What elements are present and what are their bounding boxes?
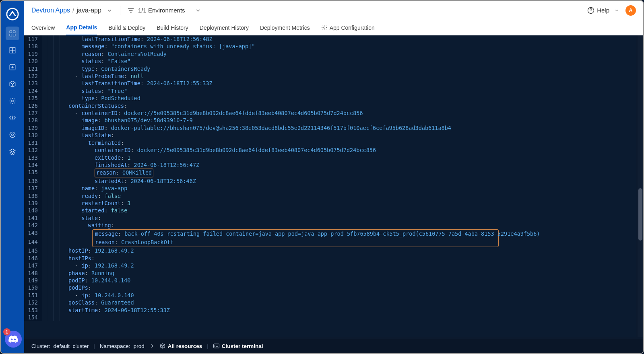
line-content: terminated: (68, 139, 636, 146)
sidebar-item-grid[interactable] (6, 43, 19, 57)
environment-label: 1/1 Environments (138, 7, 185, 14)
chevron-right-icon (149, 343, 155, 349)
line-content: qosClass: Guaranteed (68, 299, 636, 306)
sidebar-item-gear[interactable] (6, 94, 19, 108)
tab-deployment-metrics[interactable]: Deployment Metrics (260, 20, 310, 35)
tab-app-configuration[interactable]: App Configuration (321, 20, 375, 35)
devtron-logo[interactable] (6, 7, 19, 21)
code-line: 130 lastState: (24, 132, 636, 139)
gutter (42, 124, 68, 132)
tab-bar: OverviewApp DetailsBuild & DeployBuild H… (24, 20, 643, 35)
sidebar-item-layers[interactable] (6, 145, 19, 158)
gutter (42, 139, 68, 146)
code-line: 136 startedAt: 2024-06-18T12:56:46Z (24, 177, 636, 185)
gutter (42, 229, 68, 238)
gutter (42, 161, 68, 169)
gutter (42, 222, 68, 229)
scrollbar-thumb[interactable] (638, 188, 642, 241)
code-line: 146hostIPs: (24, 255, 636, 262)
gutter (42, 65, 68, 72)
line-number: 150 (24, 284, 42, 291)
gutter (42, 262, 68, 269)
code-line: 141 state: (24, 214, 636, 222)
svg-point-9 (10, 132, 15, 138)
gutter (42, 154, 68, 161)
discord-badge: 1 (3, 328, 10, 335)
status-bar: Cluster: default_cluster | Namespace: pr… (24, 339, 643, 353)
tab-deployment-history[interactable]: Deployment History (200, 20, 249, 35)
svg-rect-4 (13, 34, 15, 36)
line-content: name: java-app (68, 185, 636, 192)
code-line: 149podIP: 10.244.0.140 (24, 277, 636, 284)
tab-app-details[interactable]: App Details (66, 21, 97, 35)
sidebar-item-cube[interactable] (6, 77, 19, 91)
environment-selector[interactable]: 1/1 Environments (128, 7, 201, 14)
gutter (42, 50, 68, 58)
code-line: 128 image: bhushan075/dev:58d93910-7-9 (24, 117, 636, 124)
code-line: 137 name: java-app (24, 185, 636, 192)
gutter (42, 102, 68, 109)
line-content: message: "containers with unready status… (68, 43, 636, 50)
vertical-scrollbar[interactable] (638, 35, 643, 337)
avatar[interactable]: A (625, 5, 636, 16)
line-number: 130 (24, 132, 42, 139)
breadcrumb-app[interactable]: java-app (77, 7, 101, 14)
line-number: 118 (24, 43, 42, 50)
line-number: 138 (24, 192, 42, 200)
settings-icon (9, 131, 16, 138)
sidebar-item-apps[interactable] (6, 27, 19, 40)
help-icon (587, 7, 594, 14)
line-content: restartCount: 3 (68, 200, 636, 207)
discord-button[interactable]: 1 (5, 331, 22, 348)
line-content: reason: CrashLoopBackOff (68, 238, 636, 247)
plus-square-icon (9, 64, 16, 71)
code-line: 153startTime: 2024-06-18T12:55:33Z (24, 307, 636, 314)
code-line: 152qosClass: Guaranteed (24, 299, 636, 306)
line-number: 141 (24, 214, 42, 222)
line-content: lastTransitionTime: 2024-06-18T12:56:48Z (68, 35, 636, 43)
gutter (42, 132, 68, 139)
svg-point-0 (7, 8, 18, 20)
line-number: 136 (24, 177, 42, 185)
sidebar-item-code[interactable] (6, 111, 19, 125)
line-number: 123 (24, 80, 42, 87)
line-content: reason: OOMKilled (68, 169, 636, 177)
yaml-content[interactable]: 117 lastTransitionTime: 2024-06-18T12:56… (24, 35, 636, 321)
line-content: podIPs: (68, 284, 636, 291)
line-content (68, 314, 636, 321)
tab-overview[interactable]: Overview (31, 20, 55, 35)
sidebar-nav (1, 27, 24, 158)
layers-icon (9, 148, 16, 155)
line-content: state: (68, 214, 636, 222)
line-number: 152 (24, 299, 42, 306)
code-line: 144 reason: CrashLoopBackOff (24, 238, 636, 247)
line-number: 124 (24, 87, 42, 95)
code-line: 135 reason: OOMKilled (24, 169, 636, 177)
discord-icon (8, 335, 18, 343)
sidebar-item-deploy[interactable] (6, 60, 19, 74)
cube-icon (160, 343, 165, 349)
cluster-terminal-button[interactable]: Cluster terminal (213, 343, 263, 349)
tab-build-deploy[interactable]: Build & Deploy (108, 20, 145, 35)
line-number: 137 (24, 185, 42, 192)
top-header: Devtron Apps / java-app 1/1 Environments… (24, 1, 643, 20)
all-resources-label: All resources (168, 343, 202, 349)
svg-rect-1 (10, 31, 12, 33)
sidebar-item-settings[interactable] (6, 128, 19, 142)
code-line: 143 message: back-off 40s restarting fai… (24, 229, 636, 238)
code-line: 122 - lastProbeTime: null (24, 72, 636, 80)
line-content: containerID: docker://5e095385c31d9be8b0… (68, 146, 636, 154)
code-line: 150podIPs: (24, 284, 636, 291)
gutter (42, 247, 68, 254)
chevron-down-icon[interactable] (106, 7, 113, 14)
tab-build-history[interactable]: Build History (157, 20, 188, 35)
line-content: startTime: 2024-06-18T12:55:33Z (68, 307, 636, 314)
line-number: 121 (24, 65, 42, 72)
gutter (42, 43, 68, 50)
tab-label: Build History (157, 25, 188, 31)
help-button[interactable]: Help (587, 7, 619, 14)
tab-label: Overview (31, 25, 55, 31)
namespace-label: Namespace: (100, 343, 130, 349)
breadcrumb-project[interactable]: Devtron Apps (31, 7, 70, 14)
all-resources-button[interactable]: All resources (160, 343, 202, 349)
